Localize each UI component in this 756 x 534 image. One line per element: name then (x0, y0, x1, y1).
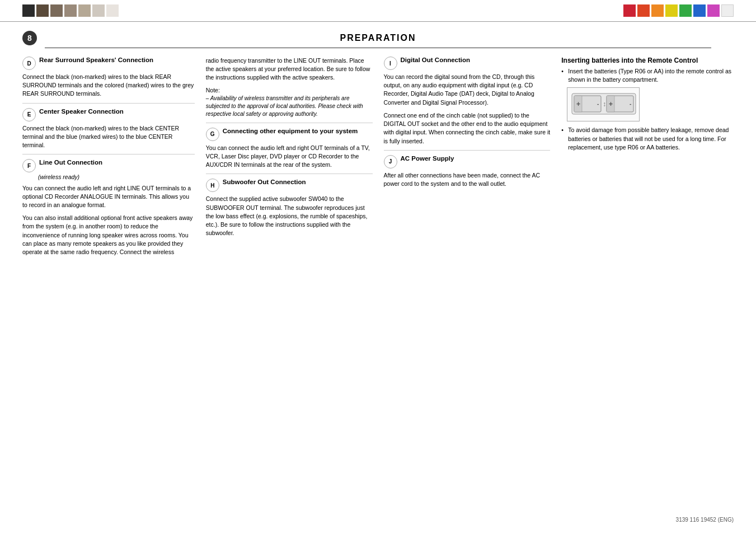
page-number: 8 (22, 31, 37, 45)
section-f-title: Line Out Connection (39, 159, 102, 166)
color-blocks-right (623, 4, 734, 17)
section-h-title: Subwoofer Out Connection (223, 179, 306, 185)
section-i-text1: You can record the digital sound from th… (384, 73, 551, 107)
section-d-text: Connect the black (non-marked) wires to … (22, 73, 195, 99)
section-f-text1: You can connect the audio left and right… (22, 184, 195, 210)
column-3: I Digital Out Connection You can record … (378, 57, 556, 261)
section-i-label: I (384, 57, 397, 70)
color-block-5 (78, 4, 91, 17)
section-h-label: H (206, 179, 219, 192)
svg-text:+: + (576, 100, 580, 108)
section-g-title: Connecting other equipment to your syste… (223, 128, 358, 134)
note-text: – Availability of wireless transmitter a… (206, 95, 373, 118)
section-e-text: Connect the black (non-marked) wires to … (22, 124, 195, 150)
top-bar (0, 0, 756, 22)
section-h-text: Connect the supplied active subwoofer SW… (206, 195, 373, 237)
section-i-heading: I Digital Out Connection (384, 57, 551, 70)
section-j-text: After all other connections have been ma… (384, 171, 551, 188)
section-g-heading: G Connecting other equipment to your sys… (206, 128, 373, 141)
color-blocks-left (22, 4, 119, 17)
svg-text:-: - (597, 101, 599, 107)
section-j-heading: J AC Power Supply (384, 155, 551, 168)
section-d-title: Rear Surround Speakers' Connection (39, 57, 153, 63)
col2-continuation: radio frequency transmitter to the LINE … (206, 57, 373, 82)
color-block-r7 (707, 4, 720, 17)
divider-h (206, 174, 373, 174)
color-block-r2 (637, 4, 650, 17)
svg-text:+: + (609, 100, 613, 108)
section-h-heading: H Subwoofer Out Connection (206, 179, 373, 192)
section-i-text2: Connect one end of the cinch cable (not … (384, 111, 551, 146)
section-e-label: E (22, 108, 36, 121)
color-block-r5 (679, 4, 692, 17)
color-block-r6 (693, 4, 706, 17)
battery-caution: To avoid damage from possible battery le… (561, 126, 734, 152)
section-g-label: G (206, 128, 219, 141)
section-f-heading: F Line Out Connection (22, 159, 195, 172)
battery-image: + - ↕ + - (567, 87, 640, 121)
color-block-r4 (665, 4, 678, 17)
section-j-title: AC Power Supply (401, 155, 454, 162)
svg-text:↕: ↕ (603, 100, 606, 108)
color-block-4 (64, 4, 77, 17)
section-f-subheading: (wireless ready) (22, 173, 195, 181)
divider-de (22, 103, 195, 104)
color-block-1 (22, 4, 35, 17)
note-label: Note: (206, 87, 373, 93)
battery-step-2: To avoid damage from possible battery le… (561, 126, 734, 152)
color-block-3 (50, 4, 63, 17)
battery-instructions: Insert the batteries (Type R06 or AA) in… (561, 67, 734, 84)
color-block-r1 (623, 4, 636, 17)
content-area: D Rear Surround Speakers' Connection Con… (0, 51, 756, 266)
color-block-r3 (651, 4, 664, 17)
section-f-label: F (22, 159, 36, 172)
section-e-title: Center Speaker Connection (39, 108, 124, 115)
divider-j (384, 150, 551, 151)
column-1: D Rear Surround Speakers' Connection Con… (22, 57, 200, 261)
column-4: Inserting batteries into the Remote Cont… (556, 57, 734, 261)
section-g-text: You can connect the audio left and right… (206, 144, 373, 170)
inserting-title: Inserting batteries into the Remote Cont… (561, 57, 698, 64)
document-number: 3139 116 19452 (ENG) (676, 517, 734, 523)
color-block-2 (36, 4, 49, 17)
color-block-7 (106, 4, 119, 17)
color-block-r8 (721, 4, 734, 17)
section-e-heading: E Center Speaker Connection (22, 108, 195, 121)
battery-svg: + - ↕ + - (571, 91, 637, 116)
section-i-title: Digital Out Connection (401, 57, 471, 63)
section-f-text2: You can also install additional optional… (22, 214, 195, 256)
section-d-heading: D Rear Surround Speakers' Connection (22, 57, 195, 70)
battery-step-1: Insert the batteries (Type R06 or AA) in… (561, 67, 734, 84)
color-block-6 (92, 4, 105, 17)
section-j-label: J (384, 155, 397, 168)
section-d-label: D (22, 57, 36, 70)
divider-ef (22, 154, 195, 154)
inserting-heading: Inserting batteries into the Remote Cont… (561, 57, 734, 64)
svg-text:-: - (630, 101, 631, 107)
divider-g (206, 123, 373, 123)
column-2: radio frequency transmitter to the LINE … (200, 57, 378, 261)
page: 8 PREPARATION D Rear Surround Speakers' … (0, 0, 756, 534)
page-title: PREPARATION (45, 26, 711, 48)
